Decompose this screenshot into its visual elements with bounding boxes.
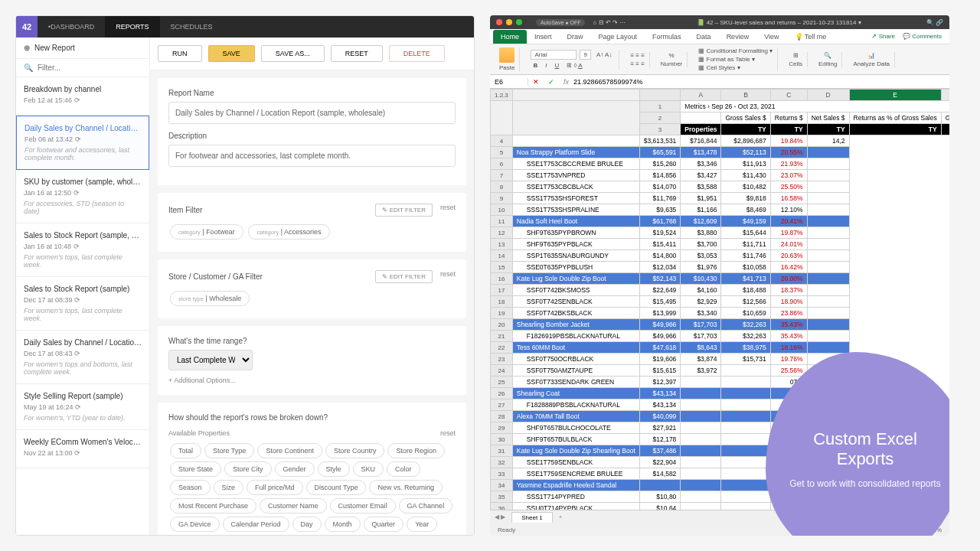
report-item[interactable]: Sales to Stock Report (sample, wholesale…	[16, 223, 149, 277]
formula-value[interactable]: 21.92866578599974%	[573, 78, 643, 86]
add-sheet[interactable]: +	[559, 514, 563, 520]
table-row[interactable]: 22Tess 60MM Boot$47,618$8,643$38,97518.1…	[491, 342, 950, 354]
property-chip[interactable]: Store Type	[204, 443, 254, 458]
table-row[interactable]: 6SSE1T753CBCCREME BRULEE$15,260$3,346$11…	[491, 158, 950, 170]
property-chip[interactable]: Store Continent	[257, 443, 322, 458]
new-report-button[interactable]: ⊕ New Report	[16, 37, 149, 59]
edit-item-filter[interactable]: ✎ EDIT FILTER	[375, 204, 433, 217]
property-chip[interactable]: Day	[292, 517, 322, 532]
ribbon-tab-draw[interactable]: Draw	[560, 30, 591, 44]
cell-reference[interactable]: E6	[490, 78, 528, 86]
nav-reports[interactable]: REPORTS	[105, 16, 159, 37]
property-chip[interactable]: Size	[214, 480, 244, 495]
property-chip[interactable]: Style	[318, 461, 350, 477]
property-chip[interactable]: Color	[387, 461, 420, 477]
reset-store-filter[interactable]: reset	[440, 270, 456, 283]
ribbon-tab-home[interactable]: Home	[493, 30, 527, 44]
save-button[interactable]: SAVE	[208, 45, 255, 62]
report-item[interactable]: Sales to Stock Report (sample)Dec 17 at …	[16, 277, 149, 331]
ribbon-tab-data[interactable]: Data	[689, 30, 719, 44]
close-icon[interactable]	[496, 19, 502, 25]
save-as-button[interactable]: SAVE AS...	[261, 45, 325, 62]
editing-group[interactable]: 🔍Editing	[814, 52, 842, 67]
table-row[interactable]: 18SSF0T742SENBLACK$15,495$2,929$12,56618…	[491, 296, 950, 308]
size-select[interactable]: 9	[580, 50, 590, 60]
property-chip[interactable]: Customer Name	[260, 498, 327, 514]
table-row[interactable]: 16Kate Lug Sole Double Zip Boot$52,143$1…	[491, 273, 950, 285]
description-input[interactable]	[168, 145, 456, 167]
property-chip[interactable]: Store Country	[325, 443, 385, 458]
property-chip[interactable]: GA Channel	[399, 498, 453, 514]
property-chip[interactable]: Month	[325, 517, 361, 532]
property-chip[interactable]: Full price/Md	[247, 480, 303, 495]
tell-me[interactable]: 💡 Tell me	[787, 30, 835, 44]
table-row[interactable]: 15SSE0T635PYPBLUSH$12,034$1,976$10,05816…	[491, 262, 950, 273]
table-row[interactable]: 5Noa Strappy Platform Slide$65,591$13,47…	[491, 147, 950, 158]
table-row[interactable]: 19SSF0T742BKSBLACK$13,999$3,340$10,65923…	[491, 308, 950, 319]
fx-icon[interactable]: fx	[559, 78, 573, 86]
share-button[interactable]: ↗ Share	[871, 33, 895, 40]
property-chip[interactable]: Year	[407, 517, 437, 532]
cond-format[interactable]: ▦ Conditional Formatting ▾	[698, 47, 773, 54]
property-chip[interactable]: Most Recent Purchase	[170, 498, 256, 514]
table-row[interactable]: 8SSE1T753CBCBLACK$14,070$3,588$10,48225.…	[491, 181, 950, 193]
property-chip[interactable]: Total	[170, 443, 201, 458]
report-item[interactable]: Weekly EComm Women's Velocity ReportNov …	[16, 430, 149, 468]
report-name-input[interactable]	[168, 102, 456, 124]
underline-button[interactable]: U	[552, 61, 561, 70]
minimize-icon[interactable]	[506, 19, 512, 25]
cancel-icon[interactable]: ✕	[528, 78, 544, 86]
cells-group[interactable]: ⊞Cells	[784, 52, 808, 67]
table-row[interactable]: 17SSF0T742BKSMOSS$22,649$4,160$18,48818.…	[491, 285, 950, 296]
ribbon-tab-formulas[interactable]: Formulas	[645, 30, 689, 44]
property-chip[interactable]: Quarter	[364, 517, 404, 532]
filter-input[interactable]	[38, 64, 142, 72]
italic-button[interactable]: I	[543, 61, 549, 70]
report-item[interactable]: Breakdown by channelFeb 12 at 15:46 ⟳	[16, 77, 149, 116]
autosave-toggle[interactable]: AutoSave ● OFF	[536, 19, 585, 26]
reset-props[interactable]: reset	[440, 429, 456, 437]
property-chip[interactable]: SKU	[353, 461, 384, 477]
table-row[interactable]: 20Shearling Bomber Jacket$49,966$17,703$…	[491, 319, 950, 331]
ribbon-tab-review[interactable]: Review	[719, 30, 757, 44]
report-item[interactable]: Daily Sales by Channel / Location Report…	[16, 331, 149, 384]
reset-item-filter[interactable]: reset	[440, 204, 456, 217]
table-row[interactable]: 14SSP1T635SNABURGUNDY$14,800$3,053$11,74…	[491, 250, 950, 262]
additional-options[interactable]: + Additional Options...	[168, 377, 456, 384]
table-row[interactable]: 9SSS1T753SHSFOREST$11,769$1,951$9,81816.…	[491, 193, 950, 204]
delete-button[interactable]: DELETE	[389, 45, 445, 62]
property-chip[interactable]: Store State	[170, 461, 221, 477]
property-chip[interactable]: Store Region	[387, 443, 445, 458]
report-item[interactable]: SKU by customer (sample, wholesale)Jan 1…	[16, 170, 149, 223]
table-row[interactable]: 13SHF9T635PYPBLACK$15,411$3,700$11,71124…	[491, 239, 950, 250]
nav-schedules[interactable]: SCHEDULES	[160, 16, 224, 37]
filter-chip[interactable]: category | Accessories	[248, 224, 329, 240]
edit-store-filter[interactable]: ✎ EDIT FILTER	[375, 270, 433, 283]
cell-styles[interactable]: ▦ Cell Styles ▾	[698, 64, 740, 71]
format-table[interactable]: ▦ Format as Table ▾	[698, 56, 755, 63]
number-group[interactable]: %Number	[656, 52, 688, 67]
property-chip[interactable]: Discount Type	[306, 480, 367, 495]
filter-chip[interactable]: store type | Wholesale	[170, 291, 250, 306]
ribbon-tab-page layout[interactable]: Page Layout	[591, 30, 645, 44]
table-row[interactable]: 21F1826919PBSBLACKNATURAL$49,966$17,703$…	[491, 331, 950, 342]
table-row[interactable]: 11Nadia Soft Heel Boot$61,768$12,609$49,…	[491, 216, 950, 227]
property-chip[interactable]: Gender	[275, 461, 315, 477]
run-button[interactable]: RUN	[158, 45, 202, 62]
app-logo[interactable]: 42	[16, 16, 38, 37]
comments-button[interactable]: 💬 Comments	[903, 33, 942, 40]
bold-button[interactable]: B	[531, 61, 540, 70]
nav-dashboard[interactable]: • DASHBOARD	[38, 16, 105, 37]
paste-group[interactable]: Paste	[495, 47, 520, 71]
table-row[interactable]: 10SSS1T753SHSPRALINE$9,635$1,166$8,46912…	[491, 204, 950, 216]
font-select[interactable]: Arial	[531, 50, 577, 60]
sheet-tab[interactable]: Sheet 1	[511, 512, 553, 523]
table-row[interactable]: 4$3,613,531$716,844$2,896,68719.84%14,2	[491, 135, 950, 147]
ribbon-tab-insert[interactable]: Insert	[527, 30, 560, 44]
report-item[interactable]: Style Selling Report (sample)May 19 at 1…	[16, 384, 149, 430]
property-chip[interactable]: Calendar Period	[223, 517, 289, 532]
property-chip[interactable]: GA Device	[170, 517, 220, 532]
property-chip[interactable]: Customer Email	[330, 498, 396, 514]
table-row[interactable]: 12SHF9T635PYPBROWN$19,524$3,880$15,64419…	[491, 227, 950, 239]
confirm-icon[interactable]: ✓	[544, 78, 559, 86]
